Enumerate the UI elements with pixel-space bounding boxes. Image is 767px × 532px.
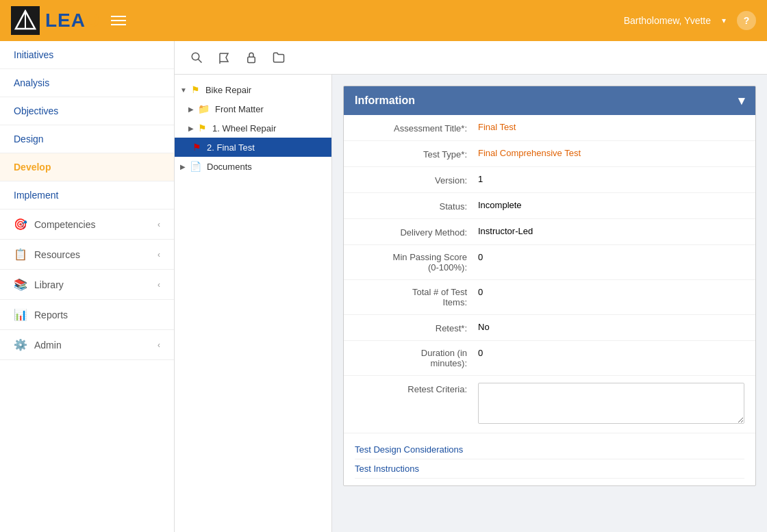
retest-criteria-textarea[interactable] bbox=[478, 383, 744, 424]
sidebar-item-design[interactable]: Design bbox=[0, 125, 174, 153]
sidebar-label-admin: Admin bbox=[34, 340, 62, 351]
value-retest-criteria[interactable] bbox=[478, 383, 744, 426]
tree-label-front-matter: Front Matter bbox=[215, 104, 264, 114]
field-row-version: Version: 1 bbox=[344, 167, 755, 193]
admin-chevron: ‹ bbox=[158, 340, 160, 350]
label-retest-criteria: Retest Criteria: bbox=[355, 383, 478, 394]
sidebar-label-reports: Reports bbox=[34, 309, 68, 320]
menu-button[interactable] bbox=[111, 16, 126, 25]
tree-item-wheel-repair[interactable]: ▶ ⚑ 1. Wheel Repair bbox=[175, 118, 331, 138]
tree-item-documents[interactable]: ▶ 📄 Documents bbox=[175, 157, 331, 176]
flag-icon-final-test: ⚑ bbox=[192, 142, 201, 153]
information-title: Information bbox=[355, 94, 415, 107]
toolbar bbox=[175, 41, 767, 75]
resources-icon: 📋 bbox=[14, 248, 27, 261]
search-button[interactable] bbox=[186, 47, 208, 68]
lock-button[interactable] bbox=[240, 47, 262, 68]
content-area: ▼ ⚑ Bike Repair ▶ 📁 Front Matter ▶ ⚑ 1. … bbox=[175, 75, 767, 532]
tree-expand-wheel-repair: ▶ bbox=[188, 125, 194, 132]
value-test-type: Final Comprehensive Test bbox=[478, 148, 744, 158]
value-version: 1 bbox=[478, 174, 744, 184]
tree-label-bike-repair: Bike Repair bbox=[205, 85, 251, 95]
logo-container: LEAD bbox=[11, 6, 100, 35]
field-row-retest: Retest*: No bbox=[344, 315, 755, 341]
label-min-passing-score: Min Passing Score(0-100%): bbox=[355, 252, 478, 273]
svg-rect-5 bbox=[248, 57, 255, 62]
sidebar-label-design: Design bbox=[14, 134, 44, 144]
label-duration: Duration (inminutes): bbox=[355, 348, 478, 368]
value-delivery-method: Instructor-Led bbox=[478, 226, 744, 236]
logo-icon bbox=[11, 6, 40, 35]
folder-button[interactable] bbox=[268, 47, 290, 68]
value-duration: 0 bbox=[478, 348, 744, 358]
tree-expand-front-matter: ▶ bbox=[188, 105, 194, 113]
doc-icon-documents: 📄 bbox=[190, 161, 201, 172]
value-min-passing-score: 0 bbox=[478, 252, 744, 262]
sidebar-item-analysis[interactable]: Analysis bbox=[0, 69, 174, 97]
field-row-delivery-method: Delivery Method: Instructor-Led bbox=[344, 219, 755, 245]
logo-text: LEAD bbox=[45, 10, 100, 31]
sidebar-item-implement[interactable]: Implement bbox=[0, 181, 174, 210]
sidebar-item-objectives[interactable]: Objectives bbox=[0, 97, 174, 125]
sidebar-label-competencies: Competencies bbox=[34, 219, 96, 230]
value-retest: No bbox=[478, 322, 744, 332]
tree-panel: ▼ ⚑ Bike Repair ▶ 📁 Front Matter ▶ ⚑ 1. … bbox=[175, 75, 332, 532]
value-status: Incomplete bbox=[478, 200, 744, 210]
label-status: Status: bbox=[355, 200, 478, 212]
help-button[interactable]: ? bbox=[737, 11, 756, 30]
sidebar-item-resources[interactable]: 📋 Resources ‹ bbox=[0, 240, 174, 270]
sidebar-item-competencies[interactable]: 🎯 Competencies ‹ bbox=[0, 210, 174, 240]
tree-expand-documents: ▶ bbox=[180, 163, 186, 170]
link-test-instructions[interactable]: Test Instructions bbox=[355, 459, 744, 479]
value-assessment-title: Final Test bbox=[478, 122, 744, 132]
folder-icon-front-matter: 📁 bbox=[198, 103, 210, 114]
sidebar-item-develop[interactable]: Develop bbox=[0, 153, 174, 181]
sidebar-label-develop: Develop bbox=[14, 162, 51, 173]
header-right: Bartholomew, Yvette ▾ ? bbox=[624, 11, 756, 30]
tree-item-front-matter[interactable]: ▶ 📁 Front Matter bbox=[175, 99, 331, 118]
sidebar-item-initiatives[interactable]: Initiatives bbox=[0, 41, 174, 69]
sidebar-label-analysis: Analysis bbox=[14, 77, 49, 88]
information-chevron[interactable]: ▾ bbox=[738, 93, 744, 108]
svg-point-2 bbox=[192, 53, 199, 60]
label-assessment-title: Assessment Title*: bbox=[355, 122, 478, 134]
label-retest: Retest*: bbox=[355, 322, 478, 333]
field-row-min-passing-score: Min Passing Score(0-100%): 0 bbox=[344, 245, 755, 280]
label-version: Version: bbox=[355, 174, 478, 186]
tree-item-bike-repair[interactable]: ▼ ⚑ Bike Repair bbox=[175, 80, 331, 99]
sidebar-item-admin[interactable]: ⚙️ Admin ‹ bbox=[0, 330, 174, 360]
field-row-assessment-title: Assessment Title*: Final Test bbox=[344, 115, 755, 141]
sidebar-item-library[interactable]: 📚 Library ‹ bbox=[0, 270, 174, 300]
tree-expand-bike-repair: ▼ bbox=[180, 86, 187, 94]
sidebar-label-library: Library bbox=[34, 279, 64, 290]
main-content: ▼ ⚑ Bike Repair ▶ 📁 Front Matter ▶ ⚑ 1. … bbox=[175, 41, 767, 532]
app-header: LEAD Bartholomew, Yvette ▾ ? bbox=[0, 0, 767, 41]
flag-icon-wheel-repair: ⚑ bbox=[198, 123, 207, 134]
sidebar-item-reports[interactable]: 📊 Reports bbox=[0, 300, 174, 330]
field-row-status: Status: Incomplete bbox=[344, 193, 755, 219]
admin-icon: ⚙️ bbox=[14, 338, 27, 351]
header-left: LEAD bbox=[11, 6, 126, 35]
competencies-icon: 🎯 bbox=[14, 218, 27, 231]
main-layout: Initiatives Analysis Objectives Design D… bbox=[0, 41, 767, 532]
field-row-total-test-items: Total # of TestItems: 0 bbox=[344, 280, 755, 315]
tree-item-final-test[interactable]: ⚑ 2. Final Test bbox=[175, 138, 331, 157]
value-total-test-items: 0 bbox=[478, 287, 744, 297]
field-row-retest-criteria: Retest Criteria: bbox=[344, 376, 755, 433]
user-dropdown-arrow[interactable]: ▾ bbox=[722, 16, 726, 25]
flag-icon-bike-repair: ⚑ bbox=[191, 84, 200, 95]
sidebar-label-implement: Implement bbox=[14, 190, 58, 201]
user-name[interactable]: Bartholomew, Yvette bbox=[624, 15, 711, 26]
reports-icon: 📊 bbox=[14, 308, 27, 321]
resources-chevron: ‹ bbox=[158, 250, 160, 259]
info-panel: Information ▾ Assessment Title*: Final T… bbox=[332, 75, 767, 532]
flag-button[interactable] bbox=[213, 47, 235, 68]
field-row-duration: Duration (inminutes): 0 bbox=[344, 341, 755, 376]
label-test-type: Test Type*: bbox=[355, 148, 478, 160]
library-icon: 📚 bbox=[14, 278, 27, 291]
information-card: Information ▾ Assessment Title*: Final T… bbox=[343, 86, 756, 486]
sidebar-label-objectives: Objectives bbox=[14, 105, 58, 116]
link-test-design[interactable]: Test Design Considerations bbox=[355, 440, 744, 459]
label-total-test-items: Total # of TestItems: bbox=[355, 287, 478, 307]
label-delivery-method: Delivery Method: bbox=[355, 226, 478, 238]
